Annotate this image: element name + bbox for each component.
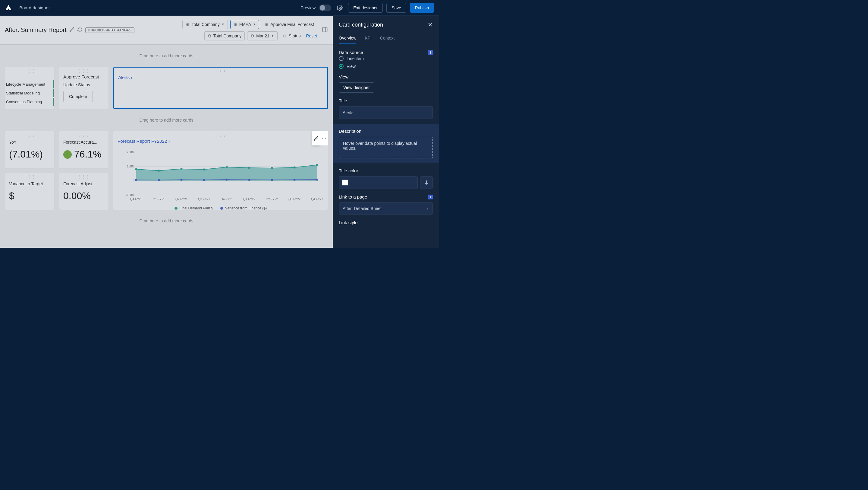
drag-handle-icon[interactable]: ⋮⋮⋮ xyxy=(78,69,90,73)
nav-card[interactable]: ⋮⋮⋮ Lifecycle Management Statistical Mod… xyxy=(5,67,54,109)
link-style-label: Link style xyxy=(339,220,433,225)
filter-approve-forecast[interactable]: ⚙ Approve Final Forecast xyxy=(261,20,317,29)
svg-text:100M: 100M xyxy=(127,165,134,168)
nav-item-lifecycle[interactable]: Lifecycle Management xyxy=(5,80,54,88)
forecast-report-card[interactable]: ⋮⋮⋮ ⋯ Forecast Report FY2022 › -100M0100… xyxy=(113,131,328,210)
panel-title: Card configuration xyxy=(339,22,383,28)
gear-icon: ⚙ xyxy=(208,33,212,38)
exit-designer-button[interactable]: Exit designer xyxy=(348,3,383,13)
save-button[interactable]: Save xyxy=(386,3,406,13)
edit-card-icon[interactable] xyxy=(312,131,320,145)
chevron-down-icon: ▼ xyxy=(271,34,274,37)
info-icon[interactable]: i xyxy=(428,50,433,55)
publish-button[interactable]: Publish xyxy=(410,3,434,13)
title-color-label: Title color xyxy=(339,168,433,173)
panel-collapse-icon[interactable] xyxy=(322,27,328,33)
close-icon[interactable]: ✕ xyxy=(428,21,433,28)
approve-forecast-card[interactable]: ⋮⋮⋮ Approve Forecast Update Status Compl… xyxy=(59,67,108,109)
drag-handle-icon[interactable]: ⋮⋮⋮ xyxy=(214,69,227,74)
edit-title-icon[interactable] xyxy=(70,27,74,33)
tab-kpi[interactable]: KPI xyxy=(365,33,372,44)
drag-handle-icon[interactable]: ⋮⋮⋮ xyxy=(78,133,90,137)
color-reset-button[interactable] xyxy=(420,176,433,189)
filter-total-company-1[interactable]: ⚙ Total Company ▼ xyxy=(182,20,227,29)
svg-point-24 xyxy=(226,179,228,181)
tab-context[interactable]: Context xyxy=(380,33,395,44)
variance-value: $ xyxy=(9,191,50,202)
gear-icon: ⚙ xyxy=(250,33,254,38)
radio-icon xyxy=(339,64,344,69)
filter-status[interactable]: ⚙ Status xyxy=(280,32,304,40)
variance-label: Variance to Target xyxy=(9,181,50,186)
title-input[interactable] xyxy=(339,106,433,119)
page-title: After: Summary Report xyxy=(5,27,67,33)
svg-text:Q2 FY21: Q2 FY21 xyxy=(176,198,187,201)
gear-icon: ⚙ xyxy=(186,22,190,27)
preview-toggle[interactable] xyxy=(319,4,331,11)
info-icon[interactable]: i xyxy=(428,195,433,199)
title-color-input[interactable] xyxy=(339,176,418,189)
card-menu-icon[interactable]: ⋯ xyxy=(320,131,328,145)
svg-point-14 xyxy=(203,168,205,171)
svg-text:-100M: -100M xyxy=(126,194,134,197)
filter-emea[interactable]: ⚙ EMEA ▼ xyxy=(230,20,259,29)
drag-handle-icon[interactable]: ⋮⋮⋮ xyxy=(78,175,90,179)
refresh-icon[interactable] xyxy=(78,27,82,33)
reset-link[interactable]: Reset xyxy=(306,33,317,38)
svg-point-16 xyxy=(248,167,250,169)
dropzone-top[interactable]: Drag here to add more cards xyxy=(5,50,328,62)
canvas-area: After: Summary Report UNPUBLISHED CHANGE… xyxy=(0,16,333,248)
dropzone-bottom[interactable]: Drag here to add more cards xyxy=(5,214,328,227)
drag-handle-icon[interactable]: ⋮⋮⋮ xyxy=(23,133,36,137)
svg-point-12 xyxy=(158,170,160,172)
chevron-down-icon: ▼ xyxy=(253,23,256,26)
link-page-select[interactable]: After: Detailed Sheet ▼ xyxy=(339,202,433,214)
alerts-title[interactable]: Alerts › xyxy=(118,75,323,80)
unpublished-badge: UNPUBLISHED CHANGES xyxy=(85,27,134,33)
accuracy-card[interactable]: ⋮⋮⋮ Forecast Accura... 76.1% xyxy=(59,131,108,168)
svg-text:Q4 FY20: Q4 FY20 xyxy=(130,198,142,201)
filter-mar21[interactable]: ⚙ Mar 21 ▼ xyxy=(247,31,277,40)
radio-view[interactable]: View xyxy=(339,64,433,69)
svg-point-27 xyxy=(293,179,296,181)
radio-line-item[interactable]: Line item xyxy=(339,56,433,61)
legend-dot-icon xyxy=(175,207,178,210)
gear-icon: ⚙ xyxy=(265,22,269,27)
yoy-card[interactable]: ⋮⋮⋮ YoY (7.01%) xyxy=(5,131,54,168)
complete-button[interactable]: Complete xyxy=(63,91,93,102)
view-label: View xyxy=(339,74,433,79)
svg-point-22 xyxy=(181,179,183,181)
nav-item-statistical[interactable]: Statistical Modeling xyxy=(5,89,54,97)
svg-point-0 xyxy=(339,7,341,8)
adjustment-value: 0.00% xyxy=(63,191,104,202)
chevron-down-icon: ▼ xyxy=(221,23,224,26)
forecast-chart: -100M0100M200MQ4 FY20Q1 FY21Q2 FY21Q3 FY… xyxy=(118,149,324,203)
gear-icon: ⚙ xyxy=(283,33,287,38)
drag-handle-icon[interactable]: ⋮⋮⋮ xyxy=(23,175,36,179)
svg-text:Q4 FY22: Q4 FY22 xyxy=(311,198,323,201)
brand-logo xyxy=(5,4,12,11)
svg-text:200M: 200M xyxy=(127,150,134,154)
chevron-right-icon: › xyxy=(168,139,170,144)
view-designer-button[interactable]: View designer xyxy=(339,82,374,93)
variance-card[interactable]: ⋮⋮⋮ Variance to Target $ xyxy=(5,173,54,210)
description-input[interactable]: Hover over data points to display actual… xyxy=(339,137,433,158)
adjustment-card[interactable]: ⋮⋮⋮ Forecast Adjust... 0.00% xyxy=(59,173,108,210)
topbar: Board designer Preview Exit designer Sav… xyxy=(0,0,439,16)
title-label: Title xyxy=(339,98,433,103)
tab-overview[interactable]: Overview xyxy=(339,33,356,44)
filter-total-company-2[interactable]: ⚙ Total Company xyxy=(204,31,245,40)
alerts-card[interactable]: ⋮⋮⋮ Alerts › xyxy=(113,67,328,109)
drag-handle-icon[interactable]: ⋮⋮⋮ xyxy=(214,133,227,137)
status-dot-icon xyxy=(63,150,72,159)
drag-handle-icon[interactable]: ⋮⋮⋮ xyxy=(23,69,36,73)
settings-icon[interactable] xyxy=(335,3,344,13)
yoy-label: YoY xyxy=(9,140,50,145)
svg-point-25 xyxy=(248,179,250,181)
link-page-label: Link to a page xyxy=(339,194,367,199)
svg-text:Q3 FY22: Q3 FY22 xyxy=(288,198,301,201)
legend-item-2: Variance from Finance ($) xyxy=(220,206,267,210)
nav-item-consensus[interactable]: Consensus Planning xyxy=(5,98,54,106)
report-title[interactable]: Forecast Report FY2022 › xyxy=(118,139,324,144)
dropzone-mid[interactable]: Drag here to add more cards xyxy=(5,114,328,126)
